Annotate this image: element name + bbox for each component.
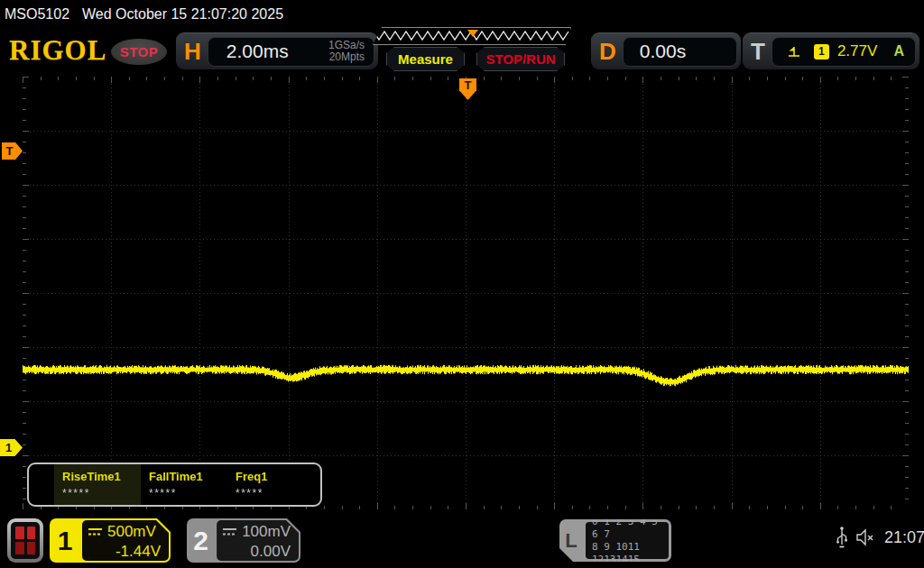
trigger-slope-icon	[787, 44, 801, 59]
model-name: MSO5102	[5, 6, 69, 23]
measurement-label: Freq1	[236, 470, 314, 483]
measurement-panel: RiseTime1 ***** FallTime1 ***** Freq1 **…	[27, 463, 322, 507]
delay-pill: 0.00s	[623, 37, 737, 67]
measurement-label: RiseTime1	[62, 470, 141, 483]
speaker-muted-icon	[855, 528, 877, 546]
delay-value: 0.00s	[640, 41, 686, 62]
delay-settings-block[interactable]: D 0.00s	[591, 32, 741, 69]
logic-analyzer-badge[interactable]: L 0 1 2 3 4 5 6 7 8 9 1011 12131415	[559, 519, 671, 562]
timebase-value: 2.00ms	[226, 41, 289, 62]
horizontal-pill: 2.00ms 1GSa/s 20Mpts	[208, 37, 374, 67]
stop-run-button[interactable]: STOP/RUN	[476, 47, 565, 71]
channel2-scale: 100mV	[242, 522, 291, 542]
measurement-value: *****	[236, 487, 314, 499]
channel1-values: 500mV -1.44V	[82, 520, 169, 561]
channel1-badge[interactable]: 1 500mV -1.44V	[50, 518, 171, 563]
dc-coupling-icon	[222, 527, 237, 536]
acquisition-rates: 1GSa/s 20Mpts	[328, 40, 365, 63]
trigger-mode: A	[893, 43, 904, 60]
logic-row2: 8 9 1011 12131415	[592, 541, 669, 566]
run-state-indicator: STOP	[111, 39, 167, 65]
memory-depth: 20Mpts	[328, 51, 365, 63]
delay-label: D	[599, 38, 616, 66]
status-icons: 21:07	[836, 525, 924, 550]
usb-icon	[836, 525, 848, 550]
titlebar: MSO5102 Wed October 15 21:07:20 2025	[0, 0, 924, 29]
measurement-value: *****	[62, 487, 141, 499]
horizontal-label: H	[184, 38, 201, 66]
measure-button[interactable]: Measure	[386, 47, 465, 71]
memory-position-bar[interactable]	[373, 27, 571, 45]
channel1-number: 1	[50, 518, 80, 563]
channel2-number: 2	[187, 518, 215, 563]
measurement-risetime[interactable]: RiseTime1 *****	[54, 464, 141, 505]
memory-trigger-marker-icon	[467, 30, 478, 37]
channel2-badge[interactable]: 2 100mV 0.00V	[187, 518, 300, 563]
channel1-scale: 500mV	[107, 522, 156, 542]
measurement-label: FallTime1	[149, 470, 227, 483]
horizontal-settings-block[interactable]: H 2.00ms 1GSa/s 20Mpts	[176, 32, 378, 69]
channel1-ground-marker[interactable]: 1	[0, 439, 23, 456]
channel-grid-icon	[11, 522, 40, 559]
all-channels-button[interactable]	[7, 518, 43, 563]
measurement-value: *****	[149, 487, 227, 499]
dc-coupling-icon	[88, 527, 103, 536]
channel2-offset: 0.00V	[222, 542, 291, 562]
trigger-label: T	[751, 38, 765, 66]
oscilloscope-screen: MSO5102 Wed October 15 21:07:20 2025 RIG…	[0, 0, 924, 568]
channel1-offset: -1.44V	[88, 542, 161, 562]
logic-label: L	[559, 519, 583, 562]
measurement-freq[interactable]: Freq1 *****	[227, 464, 314, 505]
trigger-source-badge: 1	[814, 44, 829, 60]
trigger-level-value: 2.77V	[837, 42, 877, 60]
trigger-level-marker[interactable]: T	[2, 142, 23, 160]
channel2-values: 100mV 0.00V	[217, 520, 299, 561]
bottom-bar: 1 500mV -1.44V 2	[0, 514, 924, 568]
waveform-display[interactable]	[23, 77, 909, 509]
rigol-logo: RIGOL	[9, 34, 106, 67]
trigger-pill: 1 2.77V A	[772, 37, 916, 67]
clock-text: 21:07	[884, 528, 924, 547]
datetime-text: Wed October 15 21:07:20 2025	[82, 6, 283, 23]
measurement-falltime[interactable]: FallTime1 *****	[141, 464, 227, 505]
logic-channels: 0 1 2 3 4 5 6 7 8 9 1011 12131415	[586, 522, 669, 559]
header-bar: RIGOL STOP H 2.00ms 1GSa/s 20Mpts Measur…	[0, 29, 924, 76]
logic-row1: 0 1 2 3 4 5 6 7	[592, 516, 669, 541]
trigger-settings-block[interactable]: T 1 2.77V A	[743, 32, 919, 69]
